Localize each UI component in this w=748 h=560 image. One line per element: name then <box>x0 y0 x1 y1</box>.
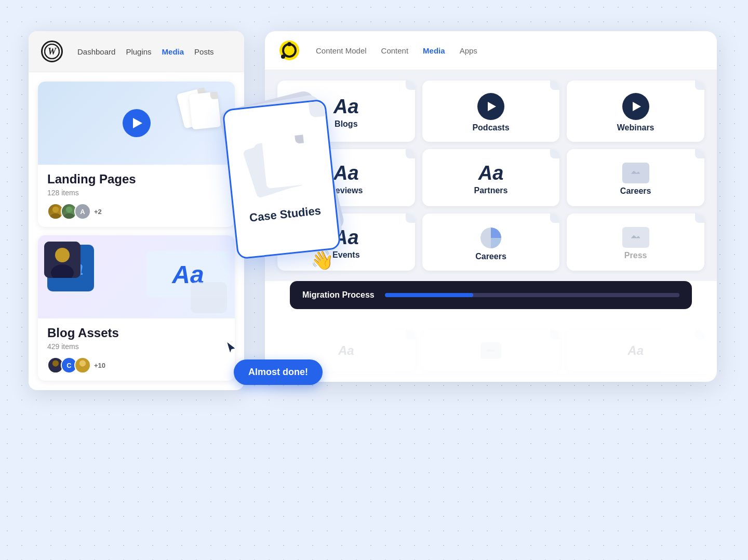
blog-thumb-overlay <box>191 282 227 313</box>
svg-text:W: W <box>48 46 57 57</box>
wp-nav-plugins[interactable]: Plugins <box>126 47 151 56</box>
faded-icon-2 <box>480 342 501 359</box>
careers-pie-icon <box>479 226 503 250</box>
contentful-logo <box>279 41 299 60</box>
partners-label: Partners <box>474 186 508 195</box>
cf-card-webinars[interactable]: Webinars <box>567 81 704 142</box>
arrow-cursor-icon <box>225 340 237 357</box>
cf-nav-apps[interactable]: Apps <box>460 46 477 55</box>
partners-icon: Aa <box>478 163 504 183</box>
wp-nav-posts[interactable]: Posts <box>194 47 214 56</box>
reviews-icon: Aa <box>333 163 359 183</box>
podcasts-label: Podcasts <box>472 123 509 132</box>
floating-case-studies-card[interactable]: Case Studies <box>222 99 341 259</box>
blog-thumb-person <box>44 242 81 278</box>
podcasts-icon <box>477 93 504 120</box>
avatar-b3 <box>74 357 91 374</box>
migration-label: Migration Process <box>302 290 375 300</box>
svg-point-7 <box>55 248 70 262</box>
migration-progress-bar: Migration Process <box>290 281 692 309</box>
wp-cards-container: Landing Pages 128 items <box>29 72 244 390</box>
webinars-icon <box>622 93 649 120</box>
fc-page-3 <box>262 135 309 189</box>
cf-faded-card-2 <box>422 330 560 371</box>
wp-nav-media[interactable]: Media <box>162 47 184 56</box>
cf-card-press[interactable]: Press <box>567 214 704 271</box>
card-avatars-blog: C +10 <box>47 357 225 374</box>
wp-card-blog-assets[interactable]: Aa Aa Blog Assets 429 items <box>38 235 235 381</box>
cf-card-podcasts[interactable]: Podcasts <box>422 81 560 142</box>
svg-point-9 <box>52 360 59 366</box>
hand-cursor-icon: 👋 <box>311 249 334 271</box>
card-count-blog: 429 items <box>47 342 225 351</box>
cf-card-careers-top[interactable]: Careers <box>567 149 704 206</box>
card-title-blog: Blog Assets <box>47 326 225 340</box>
cf-faded-row: Aa Aa <box>265 330 717 382</box>
floating-card-title: Case Studies <box>249 204 322 225</box>
faded-icon-1: Aa <box>338 344 354 357</box>
svg-point-12 <box>77 367 88 374</box>
wp-card-thumb-blog: Aa Aa <box>38 235 235 318</box>
cf-nav-content[interactable]: Content <box>381 46 409 55</box>
svg-point-11 <box>79 360 86 366</box>
cf-content-grid: Aa Blogs Podcasts Webinars Aa Reviews Aa <box>277 81 704 271</box>
wp-navbar: W Dashboard Plugins Media Posts <box>29 31 244 72</box>
wp-card-landing-pages[interactable]: Landing Pages 128 items <box>38 82 235 227</box>
svg-point-2 <box>52 206 59 212</box>
floating-card-pages <box>246 134 315 203</box>
svg-point-10 <box>50 367 61 374</box>
page-icon-2 <box>189 91 221 129</box>
cf-nav-media[interactable]: Media <box>423 46 445 55</box>
cf-nav-content-model[interactable]: Content Model <box>316 46 367 55</box>
migration-fill <box>385 293 473 297</box>
blogs-icon: Aa <box>333 97 359 116</box>
wp-card-thumb-landing <box>38 82 235 165</box>
card-title-landing: Landing Pages <box>47 172 225 186</box>
migration-bar-wrapper: Migration Process <box>265 281 717 330</box>
wp-logo: W <box>41 41 63 62</box>
avatar-extra-count-blog: +10 <box>94 362 105 369</box>
cf-card-partners[interactable]: Aa Partners <box>422 149 560 206</box>
wp-nav-dashboard[interactable]: Dashboard <box>77 47 115 56</box>
floating-card-content: Case Studies <box>238 102 325 257</box>
careers-bottom-label: Careers <box>475 252 506 261</box>
card-avatars-landing: A +2 <box>47 203 225 220</box>
careers-top-icon <box>622 163 649 183</box>
avatar-extra-count: +2 <box>94 208 102 216</box>
cf-card-careers-bottom[interactable]: Careers <box>422 214 560 271</box>
migration-track <box>385 293 679 297</box>
wp-card-info-blog: Blog Assets 429 items C <box>38 318 235 381</box>
almost-done-tooltip: Almost done! <box>234 359 323 385</box>
svg-point-15 <box>287 42 291 46</box>
svg-point-3 <box>50 214 61 220</box>
faded-icon-3: Aa <box>627 344 644 357</box>
svg-point-5 <box>64 214 75 220</box>
events-label: Events <box>332 250 359 260</box>
play-button-icon <box>123 109 151 137</box>
svg-point-16 <box>281 55 285 59</box>
blogs-label: Blogs <box>335 119 357 129</box>
careers-top-label: Careers <box>620 186 651 196</box>
avatar-3: A <box>74 203 91 220</box>
card-count-landing: 128 items <box>47 189 225 197</box>
press-icon <box>622 227 649 248</box>
wp-nav-items: Dashboard Plugins Media Posts <box>77 47 214 56</box>
cf-navbar: Content Model Content Media Apps <box>265 31 717 70</box>
wp-card-info-landing: Landing Pages 128 items <box>38 165 235 227</box>
cf-nav-items: Content Model Content Media Apps <box>316 46 477 55</box>
press-label: Press <box>624 251 647 260</box>
webinars-label: Webinars <box>617 123 654 132</box>
wordpress-panel: W Dashboard Plugins Media Posts Landing … <box>29 31 244 390</box>
cf-faded-card-3: Aa <box>567 330 704 371</box>
svg-point-4 <box>66 206 72 212</box>
